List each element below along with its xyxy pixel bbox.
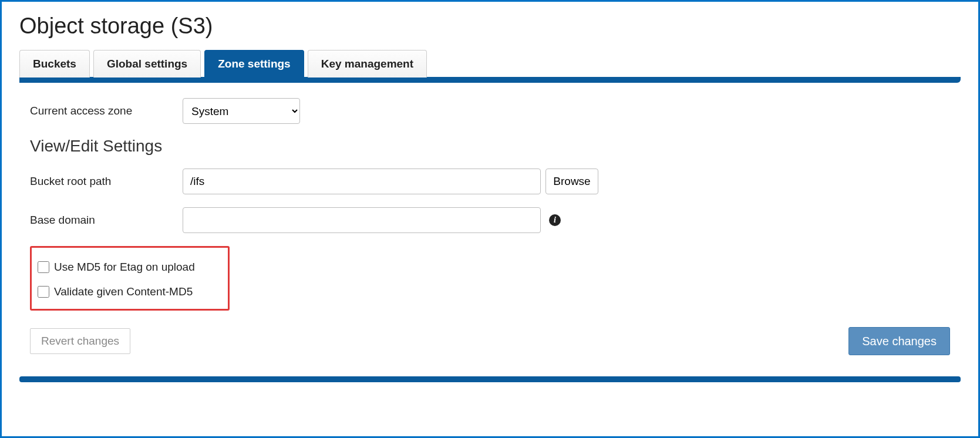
info-icon[interactable]: i	[549, 214, 561, 226]
base-domain-label: Base domain	[30, 214, 183, 227]
current-zone-select[interactable]: System	[183, 98, 300, 124]
browse-button[interactable]: Browse	[545, 169, 598, 194]
tab-key-management[interactable]: Key management	[308, 50, 427, 78]
use-md5-checkbox[interactable]	[38, 261, 49, 273]
current-zone-label: Current access zone	[30, 105, 183, 117]
md5-options-highlight: Use MD5 for Etag on upload Validate give…	[30, 246, 230, 311]
save-button[interactable]: Save changes	[848, 327, 950, 355]
bottom-accent-bar	[19, 376, 961, 382]
bucket-root-input[interactable]	[183, 169, 541, 194]
use-md5-label: Use MD5 for Etag on upload	[54, 261, 195, 274]
tab-global-settings[interactable]: Global settings	[93, 50, 201, 78]
tab-zone-settings[interactable]: Zone settings	[204, 50, 304, 78]
validate-md5-label: Validate given Content-MD5	[54, 285, 193, 298]
revert-button[interactable]: Revert changes	[30, 328, 130, 354]
zone-settings-panel: Current access zone System View/Edit Set…	[19, 83, 961, 369]
base-domain-input[interactable]	[183, 207, 541, 233]
section-title: View/Edit Settings	[30, 137, 950, 156]
tabs-bar: Buckets Global settings Zone settings Ke…	[19, 49, 961, 83]
bucket-root-label: Bucket root path	[30, 175, 183, 188]
page-title: Object storage (S3)	[19, 14, 961, 39]
tab-buckets[interactable]: Buckets	[19, 50, 90, 78]
validate-md5-checkbox[interactable]	[38, 286, 49, 298]
